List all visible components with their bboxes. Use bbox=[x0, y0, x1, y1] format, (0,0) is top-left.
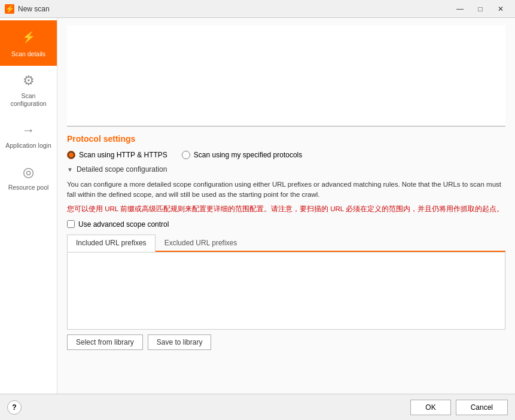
minimize-button[interactable]: — bbox=[450, 2, 470, 16]
tab-included-url-prefixes[interactable]: Included URL prefixes bbox=[67, 235, 156, 252]
gear-icon: ⚙ bbox=[23, 73, 35, 89]
top-scroll-area bbox=[67, 25, 505, 127]
sidebar-item-application-login-label: Application login bbox=[5, 142, 51, 150]
ok-button[interactable]: OK bbox=[410, 400, 450, 415]
library-button-row: Select from library Save to library bbox=[67, 334, 505, 350]
bottom-bar: ? OK Cancel bbox=[0, 394, 515, 420]
title-bar: ⚡ New scan — □ ✕ bbox=[0, 0, 515, 18]
app-icon: ⚡ bbox=[5, 4, 14, 14]
person-icon: → bbox=[22, 123, 35, 138]
main-layout: ⚡ Scan details ⚙ Scan configuration → Ap… bbox=[0, 18, 515, 394]
radio-specified-label: Scan using my specified protocols bbox=[194, 151, 302, 159]
lightning-icon: ⚡ bbox=[5, 5, 14, 13]
radio-specified-protocols[interactable]: Scan using my specified protocols bbox=[182, 151, 302, 159]
protocol-settings-panel: Protocol settings Scan using HTTP & HTTP… bbox=[57, 127, 515, 394]
sidebar-item-scan-details[interactable]: ⚡ Scan details bbox=[0, 20, 57, 66]
advanced-scope-label: Use advanced scope control bbox=[78, 220, 169, 229]
select-from-library-button[interactable]: Select from library bbox=[67, 334, 143, 350]
sidebar-item-resource-pool-label: Resource pool bbox=[8, 184, 49, 192]
window-title: New scan bbox=[18, 5, 50, 13]
help-button[interactable]: ? bbox=[7, 400, 22, 415]
description-en: You can configure a more detailed scope … bbox=[67, 179, 505, 200]
protocol-settings-title: Protocol settings bbox=[67, 134, 505, 144]
sidebar-item-resource-pool[interactable]: ◎ Resource pool bbox=[0, 157, 57, 199]
protocol-radio-group: Scan using HTTP & HTTPS Scan using my sp… bbox=[67, 151, 505, 159]
cancel-button[interactable]: Cancel bbox=[456, 400, 508, 415]
scan-details-icon: ⚡ bbox=[19, 28, 38, 47]
content-area: Protocol settings Scan using HTTP & HTTP… bbox=[57, 18, 515, 394]
advanced-scope-checkbox-row: Use advanced scope control bbox=[67, 220, 505, 229]
bottom-bar-right: OK Cancel bbox=[410, 400, 508, 415]
save-to-library-button[interactable]: Save to library bbox=[148, 334, 212, 350]
sidebar-item-scan-configuration-label: Scan configuration bbox=[5, 92, 52, 108]
url-prefix-tabs: Included URL prefixes Excluded URL prefi… bbox=[67, 235, 505, 252]
title-bar-left: ⚡ New scan bbox=[5, 4, 50, 14]
sidebar: ⚡ Scan details ⚙ Scan configuration → Ap… bbox=[0, 18, 57, 394]
radio-specified-input[interactable] bbox=[182, 151, 190, 159]
url-prefix-area bbox=[67, 252, 505, 330]
radio-http-https-input[interactable] bbox=[67, 151, 75, 159]
globe-icon: ◎ bbox=[23, 165, 34, 180]
advanced-scope-checkbox[interactable] bbox=[67, 220, 75, 228]
radio-http-https-label: Scan using HTTP & HTTPS bbox=[79, 151, 167, 159]
window-controls: — □ ✕ bbox=[450, 2, 510, 16]
maximize-button[interactable]: □ bbox=[471, 2, 490, 16]
sidebar-item-application-login[interactable]: → Application login bbox=[0, 115, 57, 157]
sidebar-item-scan-configuration[interactable]: ⚙ Scan configuration bbox=[0, 66, 57, 115]
tab-excluded-url-prefixes[interactable]: Excluded URL prefixes bbox=[156, 235, 246, 252]
collapsible-label: Detailed scope configuration bbox=[77, 165, 167, 174]
radio-http-https[interactable]: Scan using HTTP & HTTPS bbox=[67, 151, 167, 159]
description-cn: 您可以使用 URL 前缀或高级匹配规则来配置更详细的范围配置。请注意，要扫描的 … bbox=[67, 204, 505, 214]
collapsible-header[interactable]: ▼ Detailed scope configuration bbox=[67, 165, 505, 174]
chevron-icon: ▼ bbox=[67, 166, 73, 173]
close-button[interactable]: ✕ bbox=[491, 2, 510, 16]
sidebar-item-scan-details-label: Scan details bbox=[11, 50, 45, 59]
